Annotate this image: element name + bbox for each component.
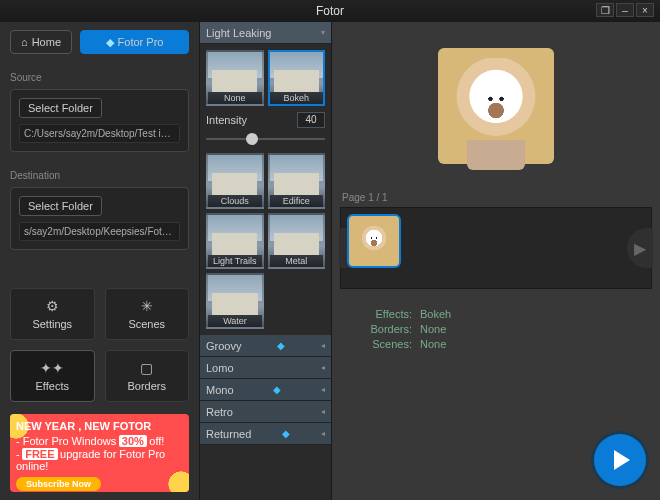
effect-thumbs-row1: None Bokeh [206, 50, 325, 106]
destination-box: Select Folder s/say2m/Desktop/Keepsies/F… [10, 187, 189, 250]
prop-val-effects: Bokeh [420, 308, 451, 320]
accordion-returned[interactable]: Returned◆◂ [200, 423, 331, 445]
intensity-row: Intensity 40 [206, 112, 325, 128]
bread-cat-image [438, 48, 554, 164]
accordion-retro[interactable]: Retro◂ [200, 401, 331, 423]
chevron-down-icon: ▾ [321, 28, 325, 37]
source-box: Select Folder C:/Users/say2m/Desktop/Tes… [10, 89, 189, 152]
intensity-value[interactable]: 40 [297, 112, 325, 128]
select-source-folder-button[interactable]: Select Folder [19, 98, 102, 118]
page-info: Page 1 / 1 [332, 190, 660, 205]
effects-label: Effects [36, 380, 69, 392]
tool-grid: ⚙Settings ✳Scenes ✦✦Effects ▢Borders [10, 288, 189, 402]
preview-image [332, 22, 660, 190]
gem-icon: ◆ [282, 428, 290, 439]
promo-line2: - FREE upgrade for Fotor Pro online! [16, 448, 183, 472]
accordion-label: Light Leaking [206, 27, 271, 39]
scenes-label: Scenes [128, 318, 165, 330]
settings-label: Settings [32, 318, 72, 330]
app-title: Fotor [316, 4, 344, 18]
stars-icon: ✦✦ [40, 360, 64, 376]
intensity-label: Intensity [206, 114, 247, 126]
source-path[interactable]: C:/Users/say2m/Desktop/Test images [19, 124, 180, 143]
chevron-left-icon: ◂ [321, 429, 325, 438]
gem-icon: ◆ [277, 340, 285, 351]
promo-headline: NEW YEAR , NEW FOTOR [16, 420, 183, 432]
effect-thumb-bokeh[interactable]: Bokeh [268, 50, 326, 106]
accordion-light-leaking[interactable]: Light Leaking ▾ [200, 22, 331, 44]
sidebar: ⌂Home ◆Fotor Pro Source Select Folder C:… [0, 22, 200, 500]
effect-thumb-metal[interactable]: Metal [268, 213, 326, 269]
canvas-area: Page 1 / 1 ◀ ▶ Effects:Bokeh Borders:Non… [332, 22, 660, 500]
effect-thumb-light-trails[interactable]: Light Trails [206, 213, 264, 269]
accordion-mono[interactable]: Mono◆◂ [200, 379, 331, 401]
discount-badge: 30% [119, 435, 147, 447]
home-button[interactable]: ⌂Home [10, 30, 72, 54]
promo-banner[interactable]: NEW YEAR , NEW FOTOR - Fotor Pro Windows… [10, 414, 189, 492]
effect-thumb-edifice[interactable]: Edifice [268, 153, 326, 209]
accordion-label: Groovy [206, 340, 241, 352]
accordion-label: Retro [206, 406, 233, 418]
promo-line1: - Fotor Pro Windows 30% off! [16, 435, 183, 447]
sparkle-icon: ✳ [141, 298, 153, 314]
accordion-groovy[interactable]: Groovy◆◂ [200, 335, 331, 357]
accordion-label: Mono [206, 384, 234, 396]
accordion-label: Returned [206, 428, 251, 440]
prop-key-borders: Borders: [348, 323, 412, 335]
prop-val-scenes: None [420, 338, 446, 350]
accordion-label: Lomo [206, 362, 234, 374]
effect-thumbs-row3: Water [206, 273, 325, 329]
chevron-left-icon: ◂ [321, 385, 325, 394]
home-icon: ⌂ [21, 36, 28, 48]
prop-key-effects: Effects: [348, 308, 412, 320]
minimize-button[interactable]: – [616, 3, 634, 17]
borders-label: Borders [127, 380, 166, 392]
effect-thumb-water[interactable]: Water [206, 273, 264, 329]
chevron-left-icon: ◂ [321, 341, 325, 350]
subscribe-button[interactable]: Subscribe Now [16, 477, 101, 491]
titlebar: Fotor ❐ – × [0, 0, 660, 22]
strip-thumb-1[interactable] [347, 214, 401, 268]
intensity-slider[interactable] [206, 131, 325, 147]
properties-readout: Effects:Bokeh Borders:None Scenes:None [332, 291, 660, 367]
scenes-tool[interactable]: ✳Scenes [105, 288, 190, 340]
prop-key-scenes: Scenes: [348, 338, 412, 350]
destination-label: Destination [10, 170, 189, 181]
gear-icon: ⚙ [46, 298, 59, 314]
borders-tool[interactable]: ▢Borders [105, 350, 190, 402]
gem-icon: ◆ [106, 36, 114, 49]
restore-button[interactable]: ❐ [596, 3, 614, 17]
play-icon [614, 450, 630, 470]
free-badge: FREE [22, 448, 57, 460]
select-destination-folder-button[interactable]: Select Folder [19, 196, 102, 216]
gem-icon: ◆ [273, 384, 281, 395]
destination-path[interactable]: s/say2m/Desktop/Keepsies/Fotor Batch [19, 222, 180, 241]
effects-panel: Light Leaking ▾ None Bokeh Intensity 40 … [200, 22, 332, 500]
effect-thumbs-row2: Clouds Edifice Light Trails Metal [206, 153, 325, 269]
pro-label: Fotor Pro [118, 36, 164, 48]
play-button[interactable] [594, 434, 646, 486]
fotor-pro-button[interactable]: ◆Fotor Pro [80, 30, 189, 54]
accordion-lomo[interactable]: Lomo◂ [200, 357, 331, 379]
thumbnail-strip: ◀ ▶ [340, 207, 652, 289]
close-button[interactable]: × [636, 3, 654, 17]
settings-tool[interactable]: ⚙Settings [10, 288, 95, 340]
chevron-left-icon: ◂ [321, 407, 325, 416]
slider-knob[interactable] [246, 133, 258, 145]
light-leaking-panel: None Bokeh Intensity 40 Clouds Edifice L… [200, 44, 331, 335]
source-label: Source [10, 72, 189, 83]
home-label: Home [32, 36, 61, 48]
window-controls: ❐ – × [596, 3, 654, 17]
strip-next-button[interactable]: ▶ [627, 228, 653, 268]
effect-thumb-clouds[interactable]: Clouds [206, 153, 264, 209]
chevron-left-icon: ◂ [321, 363, 325, 372]
border-icon: ▢ [140, 360, 153, 376]
effect-thumb-none[interactable]: None [206, 50, 264, 106]
prop-val-borders: None [420, 323, 446, 335]
effects-tool[interactable]: ✦✦Effects [10, 350, 95, 402]
